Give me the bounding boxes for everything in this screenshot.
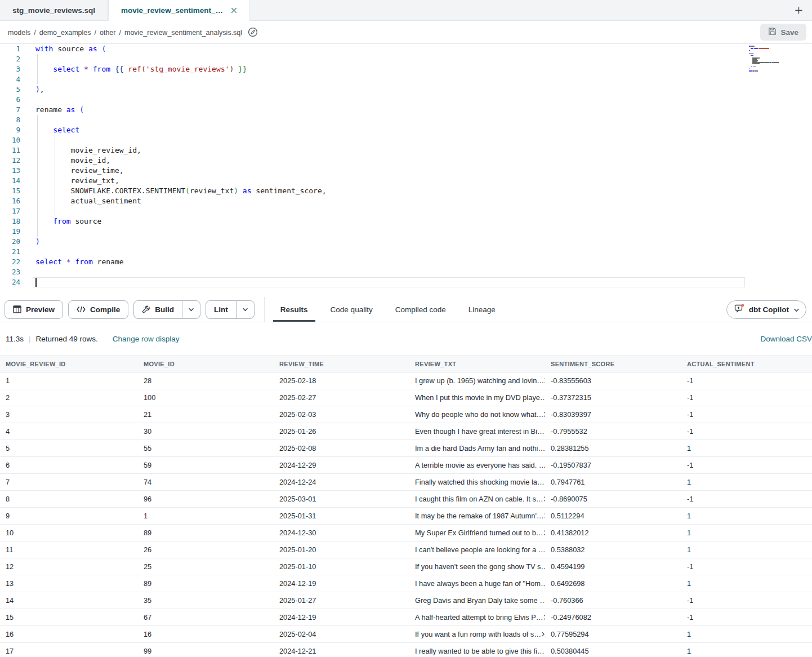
cell-review_time: 2025-02-04 bbox=[274, 630, 409, 638]
code-editor[interactable]: 1with source as (23 select * from {{ ref… bbox=[0, 44, 812, 297]
breadcrumb-segment[interactable]: movie_review_sentiment_analysis.sql bbox=[124, 29, 242, 37]
indent-guide bbox=[55, 156, 55, 166]
table-row: 3212025-02-03Why do people who do not kn… bbox=[0, 406, 812, 423]
rows-returned-message: Returned 49 rows. bbox=[36, 335, 98, 343]
cell-review_time: 2025-01-27 bbox=[274, 596, 409, 605]
review-text: I grew up (b. 1965) watching and lovin… bbox=[415, 376, 544, 385]
minimap-line bbox=[749, 73, 787, 74]
review-text: I caught this film on AZN on cable. It s… bbox=[415, 495, 543, 503]
table-row: 8962025-03-01I caught this film on AZN o… bbox=[0, 491, 812, 508]
code-token: movie_review_id, bbox=[35, 146, 141, 154]
download-csv-link[interactable]: Download CSV bbox=[760, 335, 812, 343]
cell-actual_sentiment: -1 bbox=[681, 495, 812, 503]
cell-movie_id: 96 bbox=[138, 495, 274, 503]
code-line-text: movie_id, bbox=[26, 156, 812, 166]
new-tab-button[interactable] bbox=[791, 4, 806, 17]
tab-movie-review-sentiment-analysis[interactable]: movie_review_sentiment_… bbox=[108, 0, 250, 21]
compass-icon[interactable] bbox=[248, 27, 258, 37]
code-line-text: select * from {{ ref('stg_movie_reviews'… bbox=[26, 64, 812, 74]
cell-movie_id: 55 bbox=[138, 444, 274, 452]
code-token: ( bbox=[75, 105, 84, 114]
line-number: 2 bbox=[0, 54, 26, 64]
editor-minimap[interactable] bbox=[749, 46, 787, 74]
line-number: 17 bbox=[0, 206, 26, 216]
code-line-text: actual_sentiment bbox=[26, 196, 812, 206]
breadcrumb-segment[interactable]: models bbox=[8, 29, 30, 37]
review-text: I can't believe people are looking for a… bbox=[415, 545, 545, 554]
column-header-actual_sentiment[interactable]: ACTUAL_SENTIMENT bbox=[681, 361, 812, 367]
indent-guide bbox=[37, 196, 38, 206]
cell-review_txt: Greg Davis and Bryan Daly take some … bbox=[409, 596, 545, 605]
close-tab-icon[interactable] bbox=[231, 7, 237, 14]
cell-movie_review_id: 16 bbox=[0, 630, 138, 638]
cell-review_txt: I caught this film on AZN on cable. It s… bbox=[409, 495, 545, 503]
toolbar-divider bbox=[264, 297, 265, 322]
cell-movie_review_id: 7 bbox=[0, 478, 138, 486]
line-number: 22 bbox=[0, 257, 26, 267]
column-header-movie_review_id[interactable]: MOVIE_REVIEW_ID bbox=[0, 361, 138, 367]
review-text: Even though I have great interest in Bi… bbox=[415, 427, 545, 436]
cell-actual_sentiment: -1 bbox=[681, 427, 812, 436]
minimap-token bbox=[749, 68, 749, 69]
minimap-token bbox=[749, 50, 750, 51]
preview-button: Preview bbox=[5, 300, 63, 319]
column-header-sentiment_score[interactable]: SENTIMENT_SCORE bbox=[545, 361, 681, 367]
code-token: as bbox=[62, 105, 75, 114]
cell-sentiment_score: 0.6492698 bbox=[545, 579, 681, 588]
expand-review-icon[interactable] bbox=[541, 631, 545, 637]
build-button-label: Build bbox=[155, 305, 174, 314]
cell-sentiment_score: -0.37372315 bbox=[545, 393, 681, 402]
tab-label: stg_movie_reviews.sql bbox=[12, 6, 95, 15]
column-header-movie_id[interactable]: MOVIE_ID bbox=[138, 361, 274, 367]
chevron-down-icon bbox=[242, 308, 248, 312]
wrench-icon bbox=[142, 305, 150, 314]
cell-review_txt: If you haven't seen the gong show TV s… bbox=[409, 562, 545, 571]
minimap-token bbox=[755, 70, 758, 72]
tab-code-quality[interactable]: Code quality bbox=[319, 297, 384, 322]
column-header-review_txt[interactable]: REVIEW_TXT bbox=[409, 361, 545, 367]
results-info-bar: 11.3s | Returned 49 rows. Change row dis… bbox=[0, 322, 812, 356]
code-token: SNOWFLAKE.CORTEX.SENTIMENT bbox=[35, 187, 185, 195]
minimap-token bbox=[765, 62, 769, 63]
line-number: 15 bbox=[0, 186, 26, 196]
minimap-token bbox=[760, 48, 769, 49]
tab-stg-movie-reviews[interactable]: stg_movie_reviews.sql bbox=[0, 0, 108, 20]
build-button-main[interactable]: Build bbox=[134, 301, 182, 318]
cell-movie_id: 59 bbox=[138, 461, 274, 469]
line-number: 21 bbox=[0, 247, 26, 257]
code-line: 11 movie_review_id, bbox=[0, 145, 812, 156]
column-header-review_time[interactable]: REVIEW_TIME bbox=[274, 361, 409, 367]
build-dropdown-button[interactable] bbox=[182, 301, 200, 318]
breadcrumb-segment[interactable]: other bbox=[100, 29, 116, 37]
tab-compiled-code[interactable]: Compiled code bbox=[384, 297, 457, 322]
dbt-copilot-button[interactable]: dbt Copilot bbox=[726, 300, 806, 319]
indent-guide bbox=[55, 196, 55, 206]
code-token: source bbox=[71, 217, 102, 225]
cell-review_txt: Im a die hard Dads Army fan and nothi… bbox=[409, 444, 545, 452]
lint-dropdown-button[interactable] bbox=[236, 301, 254, 318]
info-pipe-divider: | bbox=[29, 335, 31, 343]
preview-button-main[interactable]: Preview bbox=[5, 301, 63, 318]
save-button[interactable]: Save bbox=[760, 24, 806, 41]
line-number: 5 bbox=[0, 85, 26, 95]
cell-review_txt: It may be the remake of 1987 Autumn'… bbox=[409, 512, 545, 520]
cell-movie_id: 25 bbox=[138, 562, 274, 571]
indent-guide bbox=[37, 64, 38, 74]
code-token: 'stg_movie_reviews' bbox=[146, 65, 230, 73]
cell-review_txt: I really wanted to be able to give this … bbox=[409, 647, 545, 655]
code-line: 15 SNOWFLAKE.CORTEX.SENTIMENT(review_txt… bbox=[0, 186, 812, 196]
cell-actual_sentiment: -1 bbox=[681, 562, 812, 571]
change-row-display-link[interactable]: Change row display bbox=[113, 335, 180, 343]
cell-actual_sentiment: -1 bbox=[681, 410, 812, 419]
compile-button-main[interactable]: Compile bbox=[69, 301, 128, 318]
breadcrumb-segment[interactable]: demo_examples bbox=[39, 29, 91, 37]
save-button-label: Save bbox=[780, 28, 798, 37]
code-line-text: from source bbox=[26, 216, 812, 227]
line-number: 16 bbox=[0, 196, 26, 206]
tab-lineage[interactable]: Lineage bbox=[457, 297, 507, 322]
lint-button-main[interactable]: Lint bbox=[206, 301, 236, 318]
tab-results[interactable]: Results bbox=[269, 297, 319, 322]
query-duration: 11.3s bbox=[6, 335, 24, 343]
code-line: 9 select bbox=[0, 125, 812, 135]
cell-review_txt: When I put this movie in my DVD playe… bbox=[409, 393, 545, 402]
